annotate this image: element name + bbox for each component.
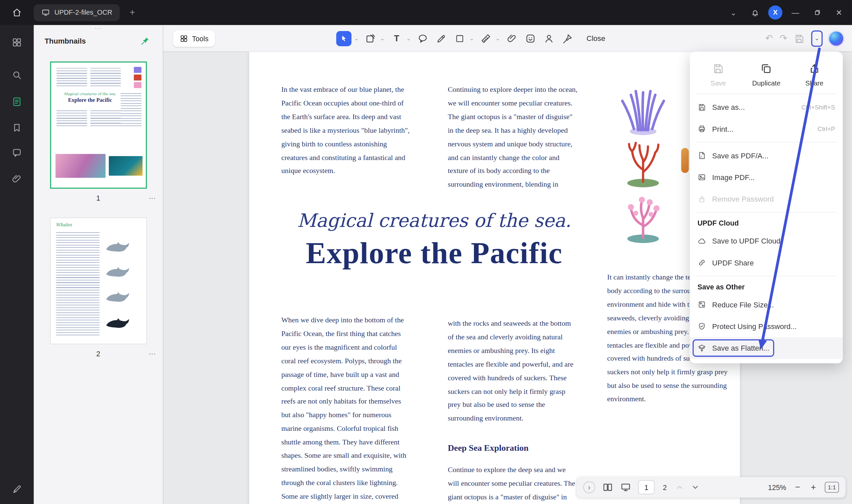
new-tab-button[interactable]: + (126, 7, 139, 18)
edit-tool[interactable] (363, 31, 378, 46)
document-tab[interactable]: UPDF-2-files_OCR (34, 4, 120, 21)
edit-tool-chevron[interactable]: ⌄ (380, 35, 385, 41)
sticker-tool[interactable] (523, 31, 538, 46)
menu-save-label: Save (711, 79, 726, 87)
restore-button[interactable] (809, 4, 826, 21)
paragraph: In the vast embrace of our blue planet, … (281, 83, 411, 178)
page-1-more-button[interactable]: ⋯ (148, 194, 156, 202)
shapes-tool[interactable] (452, 31, 467, 46)
undo-button[interactable]: ↶ (765, 34, 773, 43)
menu-item-protect-using-password[interactable]: Protect Using Password... (690, 316, 843, 337)
sidebar-item-pen-settings[interactable] (7, 480, 26, 499)
mini-coral-red-image (134, 74, 141, 80)
save-dropdown-menu: Save Duplicate Share Save as... Ctrl+Shi… (690, 52, 843, 363)
page-1-label-row: 1 ⋯ (34, 188, 162, 207)
paragraph: Continue to explore the deep sea and we … (448, 463, 578, 504)
sidebar-item-attachments[interactable] (7, 169, 26, 188)
highlighter-tool[interactable] (434, 31, 449, 46)
updf-window: UPDF-2-files_OCR + ⌄ X — ✕ ⋯ Thumbnails (0, 0, 852, 504)
panel-drag-handle[interactable]: ⋯ (34, 25, 162, 33)
select-tool[interactable] (336, 31, 352, 46)
comment-tool[interactable] (416, 31, 430, 46)
save-button[interactable] (794, 33, 805, 44)
sidebar-item-comments[interactable] (7, 143, 26, 163)
sidebar-item-thumbnails[interactable] (7, 92, 26, 111)
save-options-chevron-button[interactable]: ⌄ (811, 30, 822, 47)
menu-item-save-as-pdfa[interactable]: Save as PDF/A... (690, 145, 843, 166)
square-icon (455, 34, 465, 43)
home-button[interactable] (0, 7, 34, 18)
menu-share-action[interactable]: Share (791, 59, 838, 87)
mini-whales-heading: Whales (56, 222, 89, 228)
paperclip-icon (11, 173, 22, 184)
signature-tool[interactable] (542, 31, 556, 46)
comment-icon (11, 147, 22, 158)
document-tab-icon (41, 8, 50, 17)
bell-icon (750, 8, 760, 17)
ruler-icon (480, 33, 491, 44)
next-page-button[interactable] (691, 483, 699, 492)
restore-icon (813, 8, 821, 17)
print-icon (697, 124, 706, 133)
menu-item-updf-share[interactable]: UPDF Share (690, 252, 843, 273)
mini-text-block (56, 68, 87, 87)
chevron-down-icon: ⌄ (814, 35, 819, 42)
text-tool[interactable]: T (389, 31, 404, 46)
tools-button[interactable]: Tools (173, 31, 215, 47)
titlebar-right-controls: ⌄ X — ✕ (725, 4, 852, 21)
zoom-in-button[interactable]: + (809, 482, 818, 492)
collapse-bar-button[interactable]: › (583, 481, 595, 493)
pin-icon[interactable] (141, 37, 149, 45)
menu-divider (696, 276, 836, 276)
shapes-tool-chevron[interactable]: ⌄ (469, 35, 474, 41)
pdf-page-1[interactable]: In the vast embrace of our blue planet, … (249, 52, 740, 504)
page-1-thumbnail[interactable]: Magical creatures of the sea. Explore th… (50, 61, 147, 189)
menu-item-save-as-flatten[interactable]: Save as Flatten... (690, 337, 843, 359)
page-2-more-button[interactable]: ⋯ (148, 349, 156, 358)
sidebar-item-search[interactable] (7, 65, 26, 85)
shield-icon (697, 322, 706, 331)
lock-icon (697, 195, 706, 203)
actual-size-button[interactable]: 1:1 (825, 482, 839, 493)
pen-nib-icon (562, 33, 573, 44)
reading-mode-icon[interactable] (620, 482, 631, 493)
paragraph: When we dive deep into the bottom of the… (281, 314, 411, 503)
sidebar-item-apps[interactable] (7, 33, 26, 52)
page-layout-icon[interactable] (602, 482, 614, 493)
mini-coral-pink-image (134, 82, 141, 88)
redo-button[interactable]: ↷ (779, 34, 787, 43)
thumbnails-panel: ⋯ Thumbnails Magical creatures of the se… (34, 25, 163, 504)
menu-item-reduce-file-size[interactable]: Reduce File Size... (690, 294, 843, 316)
measure-tool[interactable] (479, 31, 493, 46)
duplicate-icon (761, 62, 773, 74)
collapse-toolbar-chevron[interactable]: ⌄ (725, 4, 742, 21)
close-tools-button[interactable]: Close (586, 34, 605, 42)
notifications-button[interactable] (746, 4, 764, 21)
current-page-indicator[interactable]: 1 (638, 480, 655, 494)
mini-whale-image (105, 241, 137, 254)
measure-tool-chevron[interactable]: ⌄ (495, 35, 500, 41)
page-2-number: 2 (96, 349, 100, 358)
menu-duplicate-label: Duplicate (752, 79, 780, 87)
minimize-button[interactable]: — (787, 4, 804, 21)
attachment-tool[interactable] (505, 31, 519, 46)
menu-item-save-to-updf-cloud[interactable]: Save to UPDF Cloud (690, 230, 843, 252)
previous-page-button[interactable] (675, 483, 684, 492)
ai-assistant-button[interactable] (829, 31, 844, 46)
menu-item-print[interactable]: Print... Ctrl+P (690, 118, 843, 140)
page-2-thumbnail[interactable]: Whales (50, 218, 147, 344)
select-tool-chevron[interactable]: ⌄ (354, 35, 359, 41)
zoom-out-button[interactable]: − (793, 482, 802, 492)
user-avatar[interactable]: X (768, 5, 782, 20)
menu-item-save-as[interactable]: Save as... Ctrl+Shift+S (690, 96, 843, 118)
menu-item-image-pdf[interactable]: Image PDF... (690, 166, 843, 188)
sidebar-item-bookmarks[interactable] (7, 118, 26, 138)
menu-item-label: Protect Using Password... (712, 322, 797, 331)
sign-field-tool[interactable] (561, 31, 575, 46)
text-tool-chevron[interactable]: ⌄ (406, 35, 411, 41)
close-window-button[interactable]: ✕ (830, 4, 848, 21)
next-page-number[interactable]: 2 (662, 483, 668, 491)
menu-duplicate-action[interactable]: Duplicate (742, 59, 790, 87)
zoom-level[interactable]: 125% (768, 483, 786, 491)
page-thumbnails-icon (11, 96, 22, 107)
